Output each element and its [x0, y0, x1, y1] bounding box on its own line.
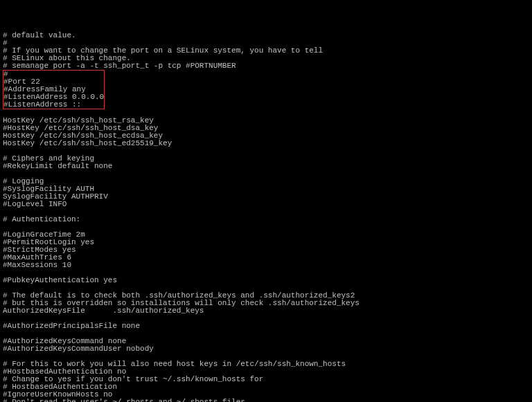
config-line: # default value. [3, 32, 529, 39]
config-line: # Don't read the user's ~/.rhosts and ~/… [3, 399, 529, 402]
config-line: #AuthorizedPrincipalsFile none [3, 322, 529, 330]
config-line: #StrictModes yes [3, 246, 529, 254]
config-line: #PubkeyAuthentication yes [3, 277, 529, 284]
config-line: SyslogFacility AUTHPRIV [3, 193, 529, 201]
config-line: #MaxAuthTries 6 [3, 254, 529, 262]
config-line [3, 208, 529, 216]
config-line: #AuthorizedKeysCommandUser nobody [3, 345, 529, 353]
config-line: # semanage port -a -t ssh_port_t -p tcp … [3, 62, 529, 70]
config-line: AuthorizedKeysFile .ssh/authorized_keys [3, 307, 529, 315]
config-line: HostKey /etc/ssh/ssh_host_ed25519_key [3, 140, 529, 147]
config-line: # Authentication: [3, 216, 529, 223]
config-line: #RekeyLimit default none [3, 163, 529, 170]
terminal-editor[interactable]: # default value.## If you want to change… [3, 32, 529, 402]
highlighted-section: ##Port 22#AddressFamily any#ListenAddres… [3, 70, 105, 109]
config-line: #MaxSessions 10 [3, 262, 529, 269]
config-line [3, 170, 529, 178]
config-line: #LogLevel INFO [3, 201, 529, 208]
config-line: #PermitRootLogin yes [3, 239, 529, 246]
config-line: #ListenAddress :: [3, 101, 104, 109]
